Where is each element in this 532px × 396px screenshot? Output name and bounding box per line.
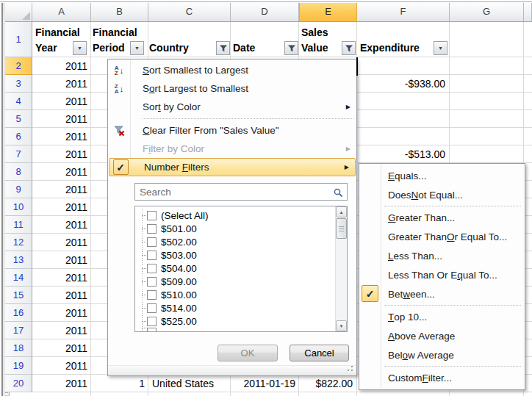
checkbox[interactable]: [147, 290, 157, 300]
submenu-item-equals[interactable]: Equals...: [359, 166, 525, 185]
list-item[interactable]: $503.00: [135, 248, 347, 262]
row-header-9[interactable]: 9: [5, 181, 32, 198]
submenu-item-does-not-equal[interactable]: Does Not Equal...: [359, 185, 525, 204]
list-item[interactable]: $514.00: [135, 301, 347, 314]
cell-b20[interactable]: 1: [91, 375, 145, 392]
submenu-item-custom-filter[interactable]: Custom Filter...: [359, 368, 525, 387]
menu-item-clear-filter[interactable]: Clear Filter From "Sales Value": [108, 121, 356, 140]
submenu-item-top-10[interactable]: Top 10...: [359, 307, 525, 326]
row-header-20[interactable]: 20: [5, 375, 32, 392]
filter-dropdown-button-year[interactable]: ▼: [73, 41, 87, 55]
select-all-corner[interactable]: [5, 3, 32, 21]
row-header-3[interactable]: 3: [5, 75, 32, 93]
menu-item-number-filters-highlighted[interactable]: ✓ Number Filters ▶: [109, 158, 356, 176]
row-header-5[interactable]: 5: [5, 110, 32, 128]
list-item[interactable]: $504.00: [135, 262, 347, 275]
list-item[interactable]: $510.00: [135, 288, 347, 301]
cell-a13[interactable]: 2011: [32, 251, 87, 269]
submenu-item-greater-than[interactable]: Greater Than...: [359, 208, 525, 227]
cell-a11[interactable]: 2011: [32, 216, 87, 234]
menu-item-sort-by-color[interactable]: Sort by Color ▶: [108, 98, 356, 116]
cell-d20[interactable]: 2011-01-19: [231, 375, 295, 392]
checkbox[interactable]: [147, 303, 157, 313]
list-item[interactable]: $502.00: [135, 235, 347, 248]
cell-a18[interactable]: 2011: [32, 339, 87, 357]
cell-a2[interactable]: 2011: [32, 57, 87, 75]
list-item[interactable]: $509.00: [135, 275, 347, 288]
row-header-6[interactable]: 6: [5, 128, 32, 145]
list-item-select-all[interactable]: (Select All): [135, 209, 347, 222]
cell-a15[interactable]: 2011: [32, 287, 87, 304]
scroll-down-button[interactable]: ▼: [336, 320, 347, 331]
cell-a8[interactable]: 2011: [32, 163, 87, 181]
filter-dropdown-button-expenditure[interactable]: ▼: [434, 41, 447, 55]
cell-a6[interactable]: 2011: [32, 128, 87, 145]
column-header-d[interactable]: D: [231, 3, 299, 21]
row-header-1[interactable]: 1: [5, 22, 32, 57]
filter-applied-button-sales-value[interactable]: [342, 41, 356, 55]
cell-f3[interactable]: -$938.00: [357, 75, 445, 93]
menu-item-sort-largest-to-smallest[interactable]: ZA↓ Sort Largest to Smallest: [108, 79, 356, 98]
submenu-item-less-than-or-equal[interactable]: Less Than Or Equal To...: [359, 265, 525, 284]
checkbox[interactable]: [147, 251, 157, 260]
submenu-item-below-average[interactable]: Below Average: [359, 345, 525, 364]
cell-a7[interactable]: 2011: [32, 145, 87, 163]
column-header-c[interactable]: C: [148, 3, 231, 21]
cell-a5[interactable]: 2011: [32, 110, 87, 128]
cell-a17[interactable]: 2011: [32, 322, 87, 339]
search-input[interactable]: [135, 184, 347, 200]
checkbox[interactable]: [147, 264, 157, 273]
submenu-item-above-average[interactable]: Above Average: [359, 326, 525, 345]
row-header-11[interactable]: 11: [5, 216, 32, 234]
resize-grip-icon[interactable]: [345, 366, 354, 374]
cell-a19[interactable]: 2011: [32, 357, 87, 375]
checkbox[interactable]: [147, 317, 157, 326]
list-item[interactable]: $525.00: [135, 314, 347, 328]
column-header-e-selected[interactable]: E: [299, 3, 357, 21]
cell-a9[interactable]: 2011: [32, 181, 87, 198]
filter-applied-button-country[interactable]: [216, 41, 230, 55]
row-header-12[interactable]: 12: [5, 234, 32, 251]
column-header-g[interactable]: G: [450, 3, 524, 21]
row-header-8[interactable]: 8: [5, 163, 32, 181]
cell-e20[interactable]: $822.00: [299, 375, 353, 392]
column-header-a[interactable]: A: [32, 3, 91, 21]
cell-a10[interactable]: 2011: [32, 198, 87, 216]
row-header-2-selected[interactable]: 2: [5, 57, 32, 75]
row-header-7[interactable]: 7: [5, 145, 32, 163]
cell-c20[interactable]: United States: [152, 375, 214, 392]
checkbox[interactable]: [147, 237, 157, 247]
row-header-16[interactable]: 16: [5, 304, 32, 322]
cancel-button[interactable]: Cancel: [290, 345, 349, 361]
row-header-18[interactable]: 18: [5, 339, 32, 357]
menu-item-sort-smallest-to-largest[interactable]: AZ↓ Sort Smallest to Largest: [108, 61, 356, 79]
popup-resize-bar[interactable]: [108, 365, 356, 375]
row-header-19[interactable]: 19: [5, 357, 32, 375]
row-header-14[interactable]: 14: [5, 269, 32, 287]
cell-a16[interactable]: 2011: [32, 304, 87, 322]
cell-f7[interactable]: -$513.00: [357, 145, 445, 163]
cell-a12[interactable]: 2011: [32, 234, 87, 251]
row-header-17[interactable]: 17: [5, 322, 32, 339]
submenu-item-less-than[interactable]: Less Than...: [359, 246, 525, 265]
submenu-item-between-checked[interactable]: ✓ Between...: [359, 284, 525, 303]
list-item[interactable]: $501.00: [135, 222, 347, 235]
filter-dropdown-button-period[interactable]: ▼: [130, 41, 144, 55]
cell-a20[interactable]: 2011: [32, 375, 87, 392]
scrollbar-thumb[interactable]: [336, 218, 347, 239]
scroll-up-button[interactable]: ▲: [336, 206, 347, 217]
filter-applied-button-date[interactable]: [284, 41, 298, 55]
cell-a3[interactable]: 2011: [32, 75, 87, 93]
row-header-13[interactable]: 13: [5, 251, 32, 269]
checkbox[interactable]: [147, 224, 157, 234]
list-scrollbar[interactable]: ▲ ▼: [335, 206, 347, 331]
column-header-f[interactable]: F: [357, 3, 450, 21]
cell-a14[interactable]: 2011: [32, 269, 87, 287]
cell-a4[interactable]: 2011: [32, 93, 87, 110]
search-icon[interactable]: [334, 187, 343, 201]
column-header-b[interactable]: B: [91, 3, 148, 21]
ok-button[interactable]: OK: [218, 345, 278, 361]
row-header-15[interactable]: 15: [5, 287, 32, 304]
submenu-item-greater-than-or-equal[interactable]: Greater Than Or Equal To...: [359, 227, 525, 246]
row-header-10[interactable]: 10: [5, 198, 32, 216]
